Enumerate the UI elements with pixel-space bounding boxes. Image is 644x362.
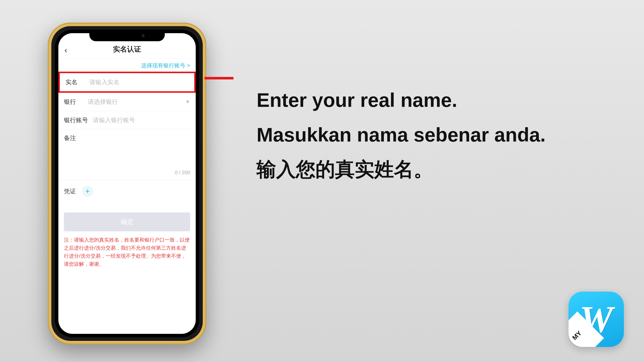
notes-counter: 0 / 200 [64,170,190,178]
real-name-placeholder: 请输入实名 [89,78,189,86]
bank-label: 银行 [64,98,88,106]
instruction-en: Enter your real name. [257,88,596,113]
proof-label: 凭证 [64,187,76,195]
app-icon: W MY [569,292,624,347]
callout-line [205,77,233,79]
select-existing-account-link[interactable]: 选择现有银行账号 > [58,58,196,72]
warning-text: 注：请输入您的真实姓名，姓名要和银行户口一致，以便之后进行进分/洗分交易，我们不… [58,236,196,268]
bank-account-placeholder: 请输入银行账号 [93,116,190,124]
notes-field[interactable]: 备注 0 / 200 [58,129,196,180]
add-proof-button[interactable]: + [82,186,93,197]
chevron-down-icon: ▼ [185,99,190,105]
phone-notch [89,30,165,41]
page-title: 实名认证 [113,44,141,54]
back-icon[interactable]: ‹ [64,46,67,54]
notes-label: 备注 [64,134,190,142]
app-screen: ‹ 实名认证 选择现有银行账号 > 实名 请输入实名 银行 请选择银行 ▼ 银行… [58,33,196,334]
bank-placeholder: 请选择银行 [88,98,185,106]
phone-mockup: ‹ 实名认证 选择现有银行账号 > 实名 请输入实名 银行 请选择银行 ▼ 银行… [48,23,206,344]
real-name-field[interactable]: 实名 请输入实名 [58,72,196,93]
phone-bezel: ‹ 实名认证 选择现有银行账号 > 实名 请输入实名 银行 请选择银行 ▼ 银行… [55,30,199,337]
proof-field: 凭证 + [58,180,196,202]
real-name-label: 实名 [65,78,89,86]
instruction-cn: 输入您的真实姓名。 [257,157,596,182]
instruction-ms: Masukkan nama sebenar anda. [257,123,596,147]
bank-account-label: 银行账号 [64,116,93,124]
bank-account-field[interactable]: 银行账号 请输入银行账号 [58,111,196,129]
submit-button[interactable]: 确定 [64,212,190,231]
bank-field[interactable]: 银行 请选择银行 ▼ [58,93,196,111]
notes-textarea[interactable] [64,142,190,170]
instruction-block: Enter your real name. Masukkan nama sebe… [257,88,596,192]
